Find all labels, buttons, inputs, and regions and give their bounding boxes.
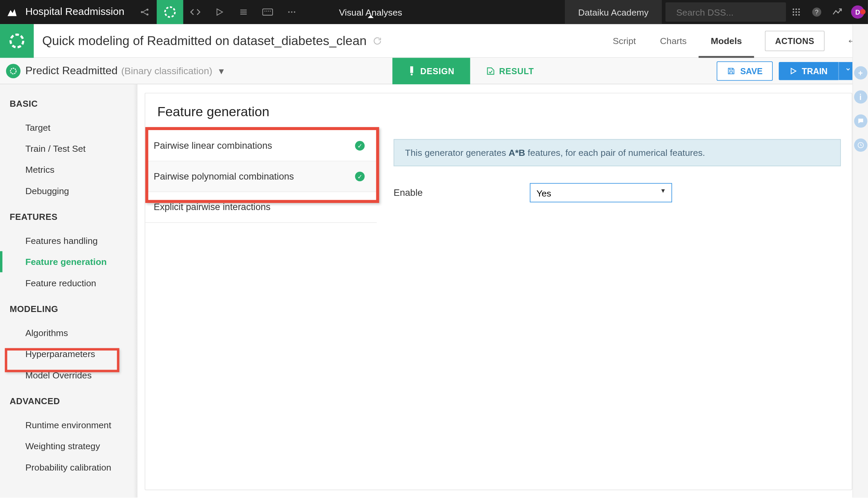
project-name[interactable]: Hospital Readmission: [24, 6, 133, 18]
recipe-icon[interactable]: [157, 0, 183, 24]
actions-button[interactable]: ACTIONS: [765, 30, 825, 51]
sidebar-section-basic: BASIC: [0, 99, 137, 117]
svg-point-11: [294, 11, 295, 13]
design-label: DESIGN: [420, 66, 455, 76]
svg-point-10: [291, 11, 293, 13]
rail-clock-icon[interactable]: [854, 139, 867, 152]
train-button[interactable]: TRAIN: [779, 62, 839, 80]
result-label: RESULT: [499, 66, 534, 76]
svg-point-20: [795, 14, 797, 16]
generator-linear-label: Pairwise linear combinations: [154, 140, 272, 151]
svg-point-8: [270, 11, 271, 12]
sidebar-item-train-test[interactable]: Train / Test Set: [0, 138, 137, 159]
academy-link[interactable]: Dataiku Academy: [565, 0, 662, 24]
sidebar-section-modeling: MODELING: [0, 304, 137, 322]
code-icon[interactable]: [183, 0, 207, 24]
svg-rect-4: [263, 9, 272, 15]
play-icon[interactable]: [207, 0, 232, 24]
topbar: Hospital Readmission Visual Analyses Dat…: [0, 0, 868, 24]
svg-point-19: [793, 14, 794, 16]
sidebar-item-hyperparameters[interactable]: Hyperparameters: [0, 343, 137, 364]
sidebar-item-feature-reduction[interactable]: Feature reduction: [0, 272, 137, 293]
notification-dot-icon: [860, 9, 866, 15]
apps-icon[interactable]: [786, 7, 806, 17]
info-pre: This generator generates: [405, 148, 509, 158]
info-post: features, for each pair of numerical fea…: [525, 148, 705, 158]
page-title: Quick modeling of Readmitted on dataset_…: [34, 34, 367, 48]
svg-point-3: [165, 7, 175, 17]
tab-charts[interactable]: Charts: [648, 24, 699, 57]
content: Feature generation Pairwise linear combi…: [137, 84, 852, 498]
enable-select[interactable]: Yes: [530, 183, 672, 202]
result-button[interactable]: RESULT: [470, 66, 550, 76]
generator-poly[interactable]: Pairwise polynomial combinations ✓: [145, 161, 377, 192]
rail-chat-icon[interactable]: [854, 115, 867, 128]
svg-point-5: [265, 11, 266, 12]
sidebar-item-features-handling[interactable]: Features handling: [0, 230, 137, 251]
svg-point-18: [798, 11, 800, 13]
sidebar-item-weighting[interactable]: Weighting strategy: [0, 435, 137, 456]
sidebar: BASIC Target Train / Test Set Metrics De…: [0, 84, 137, 498]
sidebar-item-feature-generation[interactable]: Feature generation: [0, 251, 137, 272]
generator-list: Pairwise linear combinations ✓ Pairwise …: [145, 131, 377, 223]
svg-point-2: [147, 14, 149, 16]
svg-point-24: [11, 34, 23, 47]
analysis-logo-icon[interactable]: [0, 24, 34, 57]
save-button[interactable]: SAVE: [717, 61, 773, 80]
activity-icon[interactable]: [827, 7, 847, 18]
keyboard-icon[interactable]: [256, 0, 280, 24]
svg-point-1: [147, 9, 149, 11]
predict-caret-icon[interactable]: ▼: [217, 66, 226, 76]
dataiku-logo-icon[interactable]: [0, 6, 24, 18]
sidebar-item-target[interactable]: Target: [0, 117, 137, 138]
panel: Feature generation Pairwise linear combi…: [145, 93, 852, 490]
tab-visual-analyses[interactable]: Visual Analyses: [321, 7, 420, 17]
sidebar-item-probability-calibration[interactable]: Probability calibration: [0, 456, 137, 477]
svg-text:?: ?: [815, 9, 818, 16]
stack-icon[interactable]: [232, 0, 256, 24]
generator-detail: This generator generates A*B features, f…: [394, 139, 841, 202]
rail-add-icon[interactable]: +: [854, 66, 867, 80]
search-box[interactable]: [666, 2, 786, 22]
generator-linear[interactable]: Pairwise linear combinations ✓: [145, 131, 377, 161]
sidebar-section-features: FEATURES: [0, 212, 137, 230]
user-avatar[interactable]: D: [847, 5, 868, 18]
predict-title: Predict Readmitted: [25, 64, 118, 77]
flow-icon[interactable]: [133, 0, 157, 24]
svg-rect-26: [410, 66, 413, 73]
info-bold: A*B: [509, 148, 525, 158]
svg-point-21: [798, 14, 800, 16]
generator-explicit[interactable]: Explicit pairwise interactions: [145, 192, 377, 223]
tab-script[interactable]: Script: [601, 24, 648, 57]
train-label: TRAIN: [802, 66, 828, 76]
svg-point-17: [795, 11, 797, 13]
svg-point-6: [267, 11, 268, 12]
tab-models[interactable]: Models: [699, 24, 754, 57]
check-icon: ✓: [355, 172, 365, 181]
search-input[interactable]: [676, 7, 791, 17]
enable-label: Enable: [394, 187, 530, 198]
svg-point-7: [268, 11, 269, 12]
sidebar-item-metrics[interactable]: Metrics: [0, 159, 137, 180]
sidebar-section-advanced: ADVANCED: [0, 396, 137, 414]
sidebar-item-model-overrides[interactable]: Model Overrides: [0, 365, 137, 385]
check-icon: ✓: [355, 141, 365, 150]
sidebar-item-algorithms[interactable]: Algorithms: [0, 322, 137, 343]
titlebar: Quick modeling of Readmitted on dataset_…: [0, 24, 868, 58]
right-rail: + i: [852, 24, 868, 497]
more-icon[interactable]: [280, 0, 304, 24]
svg-point-15: [798, 9, 800, 10]
design-button[interactable]: DESIGN: [393, 57, 470, 84]
svg-point-14: [795, 9, 797, 10]
refresh-icon[interactable]: [373, 36, 382, 45]
generator-explicit-label: Explicit pairwise interactions: [154, 202, 271, 213]
rail-info-icon[interactable]: i: [854, 90, 867, 104]
predict-icon: [6, 64, 21, 78]
sidebar-item-runtime-env[interactable]: Runtime environment: [0, 414, 137, 435]
sidebar-item-debugging[interactable]: Debugging: [0, 180, 137, 201]
svg-point-0: [141, 11, 143, 13]
help-icon[interactable]: ?: [807, 7, 827, 18]
info-banner: This generator generates A*B features, f…: [394, 139, 841, 166]
predict-subtitle: (Binary classification): [121, 65, 212, 76]
panel-title: Feature generation: [145, 93, 851, 131]
